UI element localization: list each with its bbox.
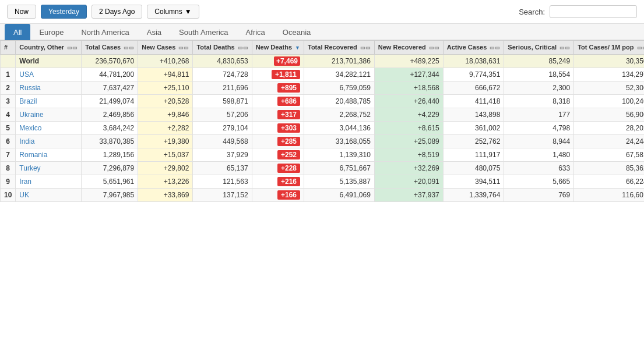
tab-asia[interactable]: Asia [138, 24, 170, 40]
row-total-deaths: 137,152 [193, 188, 252, 201]
row-new-recovered: +4,229 [374, 108, 443, 121]
table-row: 1 USA 44,781,200 +94,811 724,728 +1,811 … [1, 68, 645, 81]
table-row: 10 UK 7,967,985 +33,869 137,152 +166 6,4… [1, 188, 645, 201]
tab-europe[interactable]: Europe [30, 24, 72, 40]
tab-africa[interactable]: Africa [237, 24, 274, 40]
country-link[interactable]: Russia [19, 84, 41, 92]
country-link[interactable]: Iran [19, 178, 31, 186]
row-new-recovered: +20,091 [374, 175, 443, 188]
row-num: 1 [1, 68, 16, 81]
country-link[interactable]: Mexico [19, 124, 41, 132]
col-header-country[interactable]: Country, Other ▭▭ [16, 41, 82, 55]
row-new-deaths: +285 [252, 134, 304, 148]
row-num: 9 [1, 175, 16, 188]
dropdown-arrow-icon: ▼ [185, 8, 192, 16]
row-new-cases: +94,811 [138, 68, 193, 81]
row-total-cases: 3,684,242 [82, 121, 138, 134]
world-new-recovered: +489,225 [374, 54, 443, 68]
tab-north-america[interactable]: North America [72, 24, 138, 40]
tab-oceania[interactable]: Oceania [274, 24, 319, 40]
row-country[interactable]: Ukraine [16, 108, 82, 121]
row-total-deaths: 37,929 [193, 148, 252, 161]
row-new-recovered: +37,937 [374, 188, 443, 201]
tab-south-america[interactable]: South America [170, 24, 237, 40]
toolbar: Now Yesterday 2 Days Ago Columns ▼ Searc… [0, 0, 644, 24]
search-input[interactable] [550, 5, 637, 18]
country-link[interactable]: India [19, 137, 34, 146]
country-link[interactable]: UK [19, 191, 29, 199]
row-active-cases: 361,002 [443, 121, 504, 134]
row-total-recovered: 6,751,667 [304, 161, 374, 175]
tabs-bar: All Europe North America Asia South Amer… [0, 24, 644, 40]
world-total-recovered: 213,701,386 [304, 54, 374, 68]
row-tot-per-1m: 116,601 [574, 188, 644, 201]
yesterday-button[interactable]: Yesterday [41, 5, 87, 19]
table-row: 6 India 33,870,385 +19,380 449,568 +285 … [1, 134, 645, 148]
row-new-cases: +13,226 [138, 175, 193, 188]
row-total-recovered: 1,139,310 [304, 148, 374, 161]
row-country[interactable]: Turkey [16, 161, 82, 175]
row-active-cases: 1,339,764 [443, 188, 504, 201]
col-header-tot-per-1m[interactable]: Tot Cases/ 1M pop ▭▭ [574, 41, 644, 55]
sort-icon: ▭▭ [238, 45, 248, 52]
row-total-deaths: 65,137 [193, 161, 252, 175]
row-serious: 5,665 [504, 175, 574, 188]
two-days-ago-button[interactable]: 2 Days Ago [92, 5, 142, 19]
world-row: World 236,570,670 +410,268 4,830,653 +7,… [1, 54, 645, 68]
row-new-cases: +15,037 [138, 148, 193, 161]
row-num: 8 [1, 161, 16, 175]
row-country[interactable]: Mexico [16, 121, 82, 134]
country-link[interactable]: USA [19, 70, 34, 79]
col-header-new-cases[interactable]: New Cases ▭▭ [138, 41, 193, 55]
row-num: 7 [1, 148, 16, 161]
row-new-deaths: +303 [252, 121, 304, 134]
world-tot-per-1m: 30,350 [574, 54, 644, 68]
row-tot-per-1m: 24,244 [574, 134, 644, 148]
row-new-recovered: +18,568 [374, 81, 443, 94]
row-new-recovered: +8,519 [374, 148, 443, 161]
row-new-deaths: +216 [252, 175, 304, 188]
country-link[interactable]: Ukraine [19, 111, 43, 119]
sort-icon: ▭▭ [124, 45, 134, 52]
col-header-active-cases[interactable]: Active Cases ▭▭ [443, 41, 504, 55]
row-total-deaths: 279,104 [193, 121, 252, 134]
row-total-recovered: 34,282,121 [304, 68, 374, 81]
row-num: 5 [1, 121, 16, 134]
col-header-serious[interactable]: Serious, Critical ▭▭ [504, 41, 574, 55]
row-country[interactable]: Russia [16, 81, 82, 94]
row-total-cases: 7,967,985 [82, 188, 138, 201]
sort-icon: ▭▭ [67, 45, 78, 52]
row-num: 10 [1, 188, 16, 201]
row-serious: 8,944 [504, 134, 574, 148]
country-link[interactable]: Brazil [19, 97, 37, 105]
row-country[interactable]: Iran [16, 175, 82, 188]
col-header-total-deaths[interactable]: Total Deaths ▭▭ [193, 41, 252, 55]
row-country[interactable]: USA [16, 68, 82, 81]
row-new-cases: +33,869 [138, 188, 193, 201]
table-row: 3 Brazil 21,499,074 +20,528 598,871 +686… [1, 94, 645, 108]
row-active-cases: 394,511 [443, 175, 504, 188]
row-country[interactable]: Romania [16, 148, 82, 161]
row-active-cases: 252,762 [443, 134, 504, 148]
row-serious: 177 [504, 108, 574, 121]
columns-button[interactable]: Columns ▼ [147, 5, 199, 19]
row-new-cases: +25,110 [138, 81, 193, 94]
col-header-new-recovered[interactable]: New Recovered ▭▭ [374, 41, 443, 55]
row-country[interactable]: India [16, 134, 82, 148]
row-country[interactable]: UK [16, 188, 82, 201]
col-header-total-recovered[interactable]: Total Recovered ▭▭ [304, 41, 374, 55]
col-header-new-deaths[interactable]: New Deaths ▼ [252, 41, 304, 55]
tab-all[interactable]: All [5, 24, 30, 40]
row-total-cases: 1,289,156 [82, 148, 138, 161]
row-total-recovered: 2,268,752 [304, 108, 374, 121]
row-total-recovered: 20,488,785 [304, 94, 374, 108]
row-country[interactable]: Brazil [16, 94, 82, 108]
col-header-num[interactable]: # [1, 41, 16, 55]
country-link[interactable]: Romania [19, 151, 47, 159]
now-button[interactable]: Now [7, 5, 36, 19]
col-header-total-cases[interactable]: Total Cases ▭▭ [82, 41, 138, 55]
sort-icon: ▭▭ [490, 45, 500, 52]
country-link[interactable]: Turkey [19, 164, 40, 172]
row-tot-per-1m: 66,224 [574, 175, 644, 188]
data-table: # Country, Other ▭▭ Total Cases ▭▭ New C… [0, 40, 644, 202]
